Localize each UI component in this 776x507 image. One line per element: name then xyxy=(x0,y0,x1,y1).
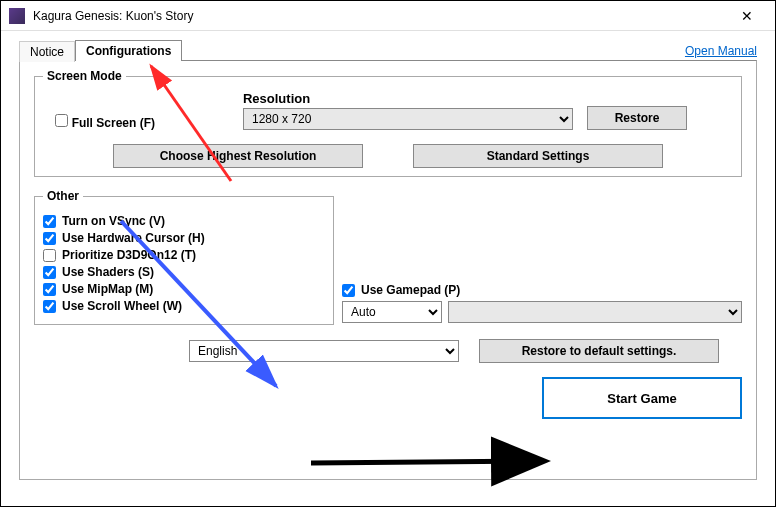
other-item[interactable]: Use MipMap (M) xyxy=(43,282,325,296)
resolution-select[interactable]: 1280 x 720 xyxy=(243,108,573,130)
gamepad-device-select[interactable] xyxy=(448,301,742,323)
language-select[interactable]: English xyxy=(189,340,459,362)
use-gamepad-checkbox[interactable] xyxy=(342,284,355,297)
restore-defaults-button[interactable]: Restore to default settings. xyxy=(479,339,719,363)
gamepad-mode-select[interactable]: Auto xyxy=(342,301,442,323)
restore-button[interactable]: Restore xyxy=(587,106,687,130)
full-screen-checkbox-label[interactable]: Full Screen (F) xyxy=(55,114,155,130)
open-manual-link[interactable]: Open Manual xyxy=(685,44,757,61)
other-label-5: Use Scroll Wheel (W) xyxy=(62,299,182,313)
other-checkbox-4[interactable] xyxy=(43,283,56,296)
other-checkbox-1[interactable] xyxy=(43,232,56,245)
other-label-1: Use Hardware Cursor (H) xyxy=(62,231,205,245)
app-icon xyxy=(9,8,25,24)
screen-mode-legend: Screen Mode xyxy=(43,69,126,83)
other-checkbox-3[interactable] xyxy=(43,266,56,279)
other-group: Other Turn on VSync (V)Use Hardware Curs… xyxy=(34,189,334,325)
other-item[interactable]: Use Shaders (S) xyxy=(43,265,325,279)
configurations-panel: Screen Mode Full Screen (F) Resolution 1… xyxy=(19,60,757,480)
full-screen-checkbox[interactable] xyxy=(55,114,68,127)
tab-notice[interactable]: Notice xyxy=(19,41,75,62)
other-label-2: Prioritize D3D9On12 (T) xyxy=(62,248,196,262)
screen-mode-group: Screen Mode Full Screen (F) Resolution 1… xyxy=(34,69,742,177)
other-checkbox-0[interactable] xyxy=(43,215,56,228)
window-title: Kagura Genesis: Kuon's Story xyxy=(33,9,727,23)
tab-configurations[interactable]: Configurations xyxy=(75,40,182,61)
choose-highest-resolution-button[interactable]: Choose Highest Resolution xyxy=(113,144,363,168)
other-label-3: Use Shaders (S) xyxy=(62,265,154,279)
other-checkbox-2[interactable] xyxy=(43,249,56,262)
close-button[interactable]: ✕ xyxy=(727,2,767,30)
use-gamepad-label: Use Gamepad (P) xyxy=(361,283,460,297)
other-label-4: Use MipMap (M) xyxy=(62,282,153,296)
other-label-0: Turn on VSync (V) xyxy=(62,214,165,228)
other-item[interactable]: Turn on VSync (V) xyxy=(43,214,325,228)
other-item[interactable]: Prioritize D3D9On12 (T) xyxy=(43,248,325,262)
other-item[interactable]: Use Hardware Cursor (H) xyxy=(43,231,325,245)
resolution-label: Resolution xyxy=(243,91,573,106)
other-legend: Other xyxy=(43,189,83,203)
other-checkbox-5[interactable] xyxy=(43,300,56,313)
title-bar: Kagura Genesis: Kuon's Story ✕ xyxy=(1,1,775,31)
other-item[interactable]: Use Scroll Wheel (W) xyxy=(43,299,325,313)
start-game-button[interactable]: Start Game xyxy=(542,377,742,419)
standard-settings-button[interactable]: Standard Settings xyxy=(413,144,663,168)
